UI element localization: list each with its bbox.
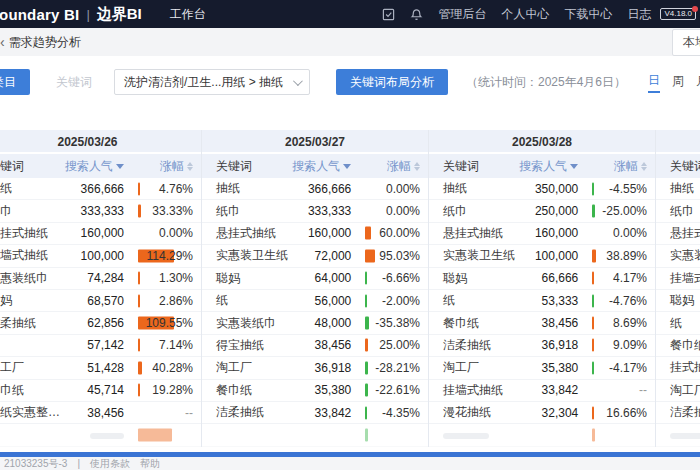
popularity-cell: 33,842 [292,406,364,420]
bell-icon[interactable] [410,8,423,21]
change-cell [590,424,655,445]
popularity-cell: 366,666 [292,182,364,196]
keyword-cell: 挂式抽纸 [656,359,700,376]
keyword-cell: 纸巾 [656,203,700,220]
table-row: 纸 [656,312,700,334]
change-value: -- [639,383,647,397]
top-navbar: Boundary BI | 边界BI 工作台 管理后台 个人中心 下载中心 日志… [0,0,700,28]
date-header: 2025/03/28 [429,130,655,154]
table-row: 纸巾 [656,200,700,222]
table-row: 聪妈68,5702.86% [0,290,201,312]
period-week-tab[interactable]: 周 [672,73,684,92]
popularity-cell: 53,333 [519,294,591,308]
back-chevron-icon[interactable]: ‹ [0,34,5,50]
nav-item-workbench[interactable]: 工作台 [170,6,206,23]
change-bar [138,384,140,397]
change-cell: 0.00% [363,178,428,199]
change-bar [365,339,368,352]
date-group: 2025/03/27关键词搜索人气涨幅抽纸366,6660.00%纸巾333,3… [201,130,428,447]
date-group: 2025/03/26关键词搜索人气涨幅抽纸366,6664.76%纸巾333,3… [0,130,201,447]
change-bar [138,294,140,307]
footer-terms-link[interactable]: 使用条款 [90,457,130,470]
change-bar [138,339,140,352]
popularity-cell: 160,000 [292,226,364,240]
keyword-cell: 挂墙式抽纸 [0,247,64,264]
nav-link-admin[interactable]: 管理后台 [438,6,486,23]
nav-link-profile[interactable]: 个人中心 [501,6,549,23]
change-cell: 0.00% [590,223,655,244]
popularity-sort-header[interactable]: 搜索人气 [519,158,591,175]
change-value: 38.89% [606,249,647,263]
column-header-row: 关键词搜索人气涨幅 [202,154,428,178]
footer-icp: 21033235号-3 [4,457,67,470]
change-sort-header[interactable]: 涨幅 [363,154,428,178]
table-row: 餐巾纸 [656,335,700,357]
keyword-cell: 实惠装卫生纸 [202,247,292,264]
change-value: 0.00% [386,182,420,196]
popularity-cell: 45,714 [64,383,136,397]
change-sort-header[interactable]: 涨幅 [590,154,655,178]
change-value: 25.00% [379,338,420,352]
keyword-layout-analyze-button[interactable]: 关键词布局分析 [336,69,448,95]
keyword-cell: 洁柔抽纸 [656,404,700,421]
table-row: 聪妈 [656,290,700,312]
change-cell: 0.00% [136,223,201,244]
footer-help-link[interactable]: 帮助 [140,457,160,470]
keyword-cell: 淘工厂 [0,359,64,376]
keyword-cell: 淘工厂 [429,359,519,376]
sort-desc-icon [570,164,578,169]
category-tab-button[interactable]: 类目 [0,69,30,95]
logo-text-en: Boundary BI [0,6,79,23]
notification-dot [692,6,698,12]
popularity-cell: 100,000 [519,249,591,263]
change-bar [365,406,367,419]
keyword-column-header: 关键词 [429,158,519,175]
keyword-tab[interactable]: 关键词 [56,74,92,91]
ghost-text [90,433,124,439]
change-cell: 8.69% [590,312,655,333]
period-day-tab[interactable]: 日 [648,72,660,93]
table-row-partial [0,424,201,446]
page-title: 需求趋势分析 [9,34,81,51]
change-cell: 9.09% [590,335,655,356]
popularity-cell: 74,284 [64,271,136,285]
change-value: 9.09% [613,338,647,352]
version-badge: V4.18.0 [660,8,696,20]
table-row: 淘工厂36,918-28.21% [202,357,428,379]
date-header: 2025/03/26 [0,130,201,154]
date-header [656,130,700,154]
chevron-down-icon [293,76,303,86]
nav-link-logs[interactable]: 日志 [627,6,651,23]
change-cell: -- [590,380,655,401]
popularity-cell: 56,000 [292,294,364,308]
table-row-partial [656,424,700,446]
change-cell: 4.76% [136,178,201,199]
popularity-cell: 350,000 [519,182,591,196]
popularity-sort-header[interactable]: 搜索人气 [292,158,364,175]
category-cascader[interactable]: 洗护清洁剂/卫生...用纸 > 抽纸 [114,69,310,95]
local-button[interactable]: 本地 [672,29,700,56]
change-value: 33.33% [152,204,193,218]
change-value: -4.17% [609,361,647,375]
nav-link-download[interactable]: 下载中心 [564,6,612,23]
table-row: 淘工厂51,42840.28% [0,357,201,379]
table-row: 餐巾纸38,4568.69% [429,312,655,334]
table-row: 挂式抽纸 [656,357,700,379]
change-bar [138,428,172,441]
keyword-cell: 抽纸实惠整箱装 [0,404,64,421]
change-bar [592,205,595,218]
change-sort-header[interactable]: 涨幅 [136,154,201,178]
keyword-column-header: 关键词 [202,158,292,175]
change-value: 4.17% [613,271,647,285]
change-bar [365,272,367,285]
cascader-value: 洗护清洁剂/卫生...用纸 > 抽纸 [124,74,283,91]
popularity-sort-header[interactable]: 搜索人气 [64,158,136,175]
change-cell: 0.00% [363,200,428,221]
period-month-tab[interactable]: 月 [696,73,700,92]
change-cell: 40.28% [136,357,201,378]
table-row: 抽纸 [656,178,700,200]
check-square-icon[interactable] [382,8,395,21]
keyword-cell: 悬挂式抽纸 [202,225,292,242]
keyword-cell: 洁柔抽纸 [429,337,519,354]
change-cell: -4.35% [363,402,428,423]
